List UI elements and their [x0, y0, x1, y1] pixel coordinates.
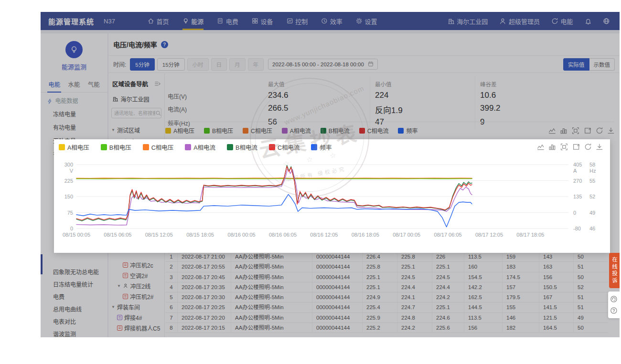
svg-text:405: 405 [573, 162, 582, 167]
service-icon[interactable] [610, 295, 618, 303]
svg-text:08/15 06:05: 08/15 06:05 [104, 232, 131, 238]
svg-text:135: 135 [573, 194, 582, 199]
svg-text:0: 0 [573, 210, 576, 216]
svg-text:52: 52 [589, 194, 595, 199]
svg-text:08/16 00:05: 08/16 00:05 [228, 232, 256, 238]
svg-text:-80: -80 [573, 226, 581, 231]
svg-text:08/17 00:05: 08/17 00:05 [393, 232, 420, 238]
svg-text:55: 55 [589, 178, 595, 184]
svg-text:46: 46 [589, 226, 595, 231]
svg-text:58: 58 [589, 162, 595, 167]
chart-popup: A相电压B相电压C相电压A相电流B相电流C相电流频率 300225150750V… [54, 139, 610, 253]
svg-text:75: 75 [67, 210, 73, 216]
svg-text:Hz: Hz [589, 168, 596, 174]
svg-text:150: 150 [64, 194, 73, 199]
svg-text:270: 270 [573, 178, 582, 184]
help-float-icon[interactable] [610, 307, 618, 314]
svg-text:08/15 00:05: 08/15 00:05 [63, 232, 90, 238]
svg-text:0: 0 [70, 226, 73, 231]
page: 能源管理系统 N37 首页能源电费设备控制效率设置 海尔工业园超级管理员电能 能… [0, 0, 621, 364]
svg-text:08/16 18:05: 08/16 18:05 [352, 232, 379, 238]
svg-text:V: V [70, 168, 74, 174]
svg-text:300: 300 [64, 162, 73, 167]
svg-text:08/16 06:05: 08/16 06:05 [269, 232, 297, 238]
floating-helper-stack [608, 291, 620, 318]
svg-text:08/16 12:05: 08/16 12:05 [310, 232, 338, 238]
svg-text:08/17 06:05: 08/17 06:05 [434, 232, 462, 238]
svg-text:08/15 12:05: 08/15 12:05 [145, 232, 173, 238]
svg-text:225: 225 [64, 178, 73, 184]
svg-text:08/17 12:05: 08/17 12:05 [475, 232, 503, 238]
app-window: 能源管理系统 N37 首页能源电费设备控制效率设置 海尔工业园超级管理员电能 能… [41, 12, 620, 337]
svg-text:08/17 18:05: 08/17 18:05 [516, 232, 544, 238]
svg-text:49: 49 [589, 210, 595, 216]
svg-text:08/15 18:05: 08/15 18:05 [186, 232, 214, 238]
online-complaint-tab[interactable]: 在线投诉 [609, 253, 620, 288]
svg-text:A: A [573, 168, 577, 174]
line-chart[interactable]: 300225150750V4052701350-80A5855524946Hz0… [54, 139, 610, 253]
